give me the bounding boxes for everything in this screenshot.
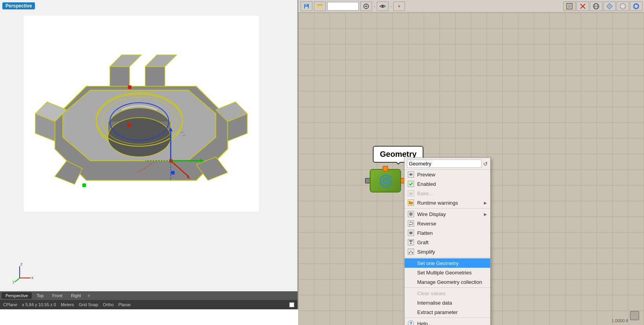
menu-item-reverse[interactable]: Reverse [405, 219, 490, 228]
svg-marker-75 [409, 224, 410, 225]
set-one-geometry-label: Set one Geometry [417, 260, 487, 266]
preview-icon [408, 171, 414, 178]
tab-perspective[interactable]: Perspective [2, 292, 32, 299]
tab-right[interactable]: Right [67, 292, 85, 299]
runtime-warnings-icon [408, 200, 414, 206]
planar-checkbox[interactable] [289, 302, 294, 307]
runtime-warnings-arrow: ▶ [484, 201, 487, 205]
menu-item-flatten[interactable]: Flatten [405, 228, 490, 238]
svg-rect-70 [410, 192, 412, 193]
menu-item-clear-values: Clear values [405, 289, 490, 298]
viewport-status-bar: CPlane x 5.84 y 10.55 z 0 Meters Grid Sn… [0, 300, 297, 309]
svg-point-87 [409, 252, 410, 254]
gh-save-button[interactable] [301, 2, 312, 11]
menu-item-enabled[interactable]: Enabled [405, 179, 490, 189]
rhino-viewport: Perspective [0, 0, 298, 309]
menu-item-internalise[interactable]: Internalise data [405, 298, 490, 307]
menu-separator-4 [405, 318, 490, 318]
viewport-canvas[interactable]: z x y [0, 0, 297, 298]
menu-item-extract[interactable]: Extract parameter [405, 307, 490, 317]
svg-rect-43 [305, 7, 308, 9]
menu-item-runtime-warnings[interactable]: Runtime warnings ▶ [405, 198, 490, 207]
lightning-icon [396, 3, 402, 9]
menu-separator-2 [405, 257, 490, 258]
cplane-label: CPlane [3, 302, 17, 307]
eye-menu-icon [409, 172, 413, 177]
context-menu: Geometry ↺ Preview [404, 158, 491, 325]
flatten-icon [408, 230, 414, 236]
gh-icon-2[interactable] [576, 2, 589, 11]
wire-display-label: Wire Display [417, 211, 481, 217]
reverse-icon [408, 220, 414, 227]
menu-item-set-one-geometry[interactable]: Set one Geometry [405, 258, 490, 268]
scroll-handle[interactable] [630, 311, 639, 320]
gh-icon-3[interactable] [590, 2, 602, 11]
open-icon [317, 3, 323, 9]
internalise-icon [408, 300, 414, 306]
menu-refresh-icon[interactable]: ↺ [483, 161, 488, 167]
menu-item-simplify[interactable]: Simplify [405, 247, 490, 256]
simplify-icon [408, 249, 414, 255]
tab-front[interactable]: Front [48, 292, 66, 299]
unit-label: Meters [61, 302, 74, 307]
gh-main-canvas[interactable]: Geometry 🌀 [298, 13, 644, 325]
globe-icon [593, 3, 600, 10]
menu-item-graft[interactable]: Graft [405, 238, 490, 247]
runtime-warnings-label: Runtime warnings [417, 200, 481, 206]
menu-item-set-multiple[interactable]: Set Multiple Geometries [405, 268, 490, 277]
gh-icon-1[interactable] [563, 2, 576, 11]
3d-object-svg [24, 12, 259, 216]
gh-icon-6[interactable] [630, 2, 642, 11]
menu-item-wire-display[interactable]: Wire Display ▶ [405, 209, 490, 219]
manage-collection-icon [408, 279, 414, 285]
snap-button[interactable] [360, 2, 372, 11]
bake-menu-icon [409, 191, 413, 196]
top-output-port[interactable] [383, 166, 388, 171]
svg-text:x: x [31, 276, 33, 280]
graft-label: Graft [417, 240, 487, 245]
svg-marker-46 [317, 6, 323, 9]
snap-label: Grid Snap [79, 302, 99, 307]
wire-display-arrow: ▶ [484, 212, 487, 216]
svg-rect-18 [128, 123, 131, 127]
set-one-geometry-icon [408, 260, 414, 266]
clear-values-icon [408, 290, 414, 296]
component-body[interactable]: 🌀 [370, 169, 401, 192]
x-icon [579, 3, 586, 10]
folder-menu-icon [409, 200, 413, 205]
svg-point-64 [620, 4, 626, 9]
grasshopper-canvas[interactable]: 312% · · [298, 0, 644, 325]
wire-display-icon [408, 211, 414, 217]
gh-icon-5[interactable] [617, 2, 629, 11]
viewport-tabs: Perspective Top Front Right + [0, 291, 297, 300]
manage-collection-label: Manage Geometry collection [417, 279, 487, 285]
zoom-input[interactable]: 312% [327, 2, 359, 11]
help-icon: ? [408, 320, 414, 325]
lightning-button[interactable] [393, 2, 405, 11]
wire-menu-icon [409, 212, 413, 216]
graft-menu-icon [409, 240, 413, 245]
tab-add[interactable]: + [86, 292, 92, 299]
extract-icon [408, 309, 414, 315]
set-multiple-icon [408, 269, 414, 276]
zoom-display: 1.0000 8 [610, 318, 630, 323]
menu-search-input[interactable]: Geometry [407, 160, 482, 168]
svg-rect-34 [128, 85, 131, 89]
box-icon [566, 3, 573, 10]
tab-top[interactable]: Top [33, 292, 47, 299]
flatten-menu-icon [409, 231, 413, 235]
menu-item-help[interactable]: ? Help... [405, 319, 490, 325]
menu-item-preview[interactable]: Preview [405, 170, 490, 179]
planar-label: Planar [119, 302, 131, 307]
check-menu-icon [409, 182, 413, 186]
extract-label: Extract parameter [417, 309, 487, 315]
svg-point-15 [108, 118, 171, 157]
preview-label: Preview [417, 172, 487, 178]
set-multiple-label: Set Multiple Geometries [417, 270, 487, 276]
eye-button[interactable] [377, 2, 389, 11]
menu-item-manage-collection[interactable]: Manage Geometry collection [405, 277, 490, 287]
svg-rect-33 [82, 183, 86, 187]
gh-icon-4[interactable] [603, 2, 616, 11]
gh-open-button[interactable] [314, 2, 326, 11]
menu-item-bake: Bake... [405, 189, 490, 198]
